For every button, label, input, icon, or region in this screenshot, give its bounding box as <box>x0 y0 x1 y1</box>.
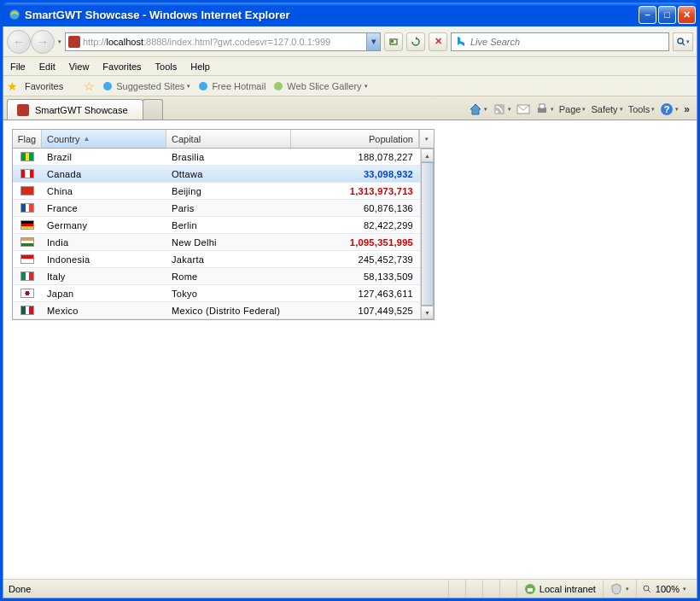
free-hotmail-link[interactable]: Free Hotmail <box>197 80 265 92</box>
close-button[interactable]: ✕ <box>678 6 696 24</box>
print-button[interactable]: ▾ <box>535 102 554 116</box>
svg-rect-12 <box>540 104 545 108</box>
sort-asc-icon: ▲ <box>84 135 90 143</box>
add-favorite-icon[interactable]: ☆ <box>84 79 95 93</box>
col-header-flag[interactable]: Flag <box>13 130 42 148</box>
col-header-capital[interactable]: Capital <box>166 130 291 148</box>
menu-help[interactable]: Help <box>190 61 210 72</box>
stop-button[interactable]: ✕ <box>429 32 447 51</box>
grid-scrollbar[interactable]: ▲ ▼ <box>420 149 434 319</box>
grid-header-corner[interactable]: ▾ <box>419 130 433 148</box>
safety-menu[interactable]: Safety ▾ <box>591 104 622 114</box>
table-row[interactable]: CanadaOttawa33,098,932 <box>13 166 420 183</box>
bing-icon <box>454 35 468 49</box>
col-header-population[interactable]: Population <box>291 130 419 148</box>
table-row[interactable]: GermanyBerlin82,422,299 <box>13 217 420 234</box>
capital-cell: Paris <box>166 200 291 216</box>
table-row[interactable]: JapanTokyo127,463,611 <box>13 285 420 302</box>
compat-button[interactable] <box>384 32 403 51</box>
address-dropdown[interactable]: ▾ <box>366 33 380 50</box>
menu-view[interactable]: View <box>69 61 90 72</box>
svg-point-5 <box>103 82 112 90</box>
mail-button[interactable] <box>516 103 530 115</box>
population-cell: 60,876,136 <box>291 200 419 216</box>
col-header-country[interactable]: Country▲ <box>42 130 166 148</box>
flag-icon <box>20 186 34 195</box>
population-cell: 245,452,739 <box>291 251 419 267</box>
ie-small-icon <box>102 80 114 92</box>
menu-edit[interactable]: Edit <box>39 61 55 72</box>
population-cell: 107,449,525 <box>291 302 419 318</box>
favorites-label[interactable]: Favorites <box>25 81 63 91</box>
table-row[interactable]: IndiaNew Delhi1,095,351,995 <box>13 234 420 251</box>
capital-cell: Jakarta <box>166 251 291 267</box>
status-text: Done <box>9 584 448 594</box>
new-tab-button[interactable] <box>143 99 163 120</box>
shield-icon <box>610 583 622 595</box>
svg-point-6 <box>199 82 207 90</box>
scroll-down-button[interactable]: ▼ <box>421 306 434 319</box>
toolbar-overflow[interactable]: » <box>684 103 690 115</box>
titlebar[interactable]: SmartGWT Showcase - Windows Internet Exp… <box>3 3 697 26</box>
nav-toolbar: ← → ▾ http://localhost:8888/index.html?g… <box>3 26 697 57</box>
capital-cell: Beijing <box>166 183 291 199</box>
flag-cell <box>13 183 42 199</box>
flag-cell <box>13 200 42 216</box>
table-row[interactable]: BrazilBrasilia188,078,227 <box>13 149 420 166</box>
tab-active[interactable]: SmartGWT Showcase <box>7 99 143 120</box>
scroll-up-button[interactable]: ▲ <box>421 149 434 162</box>
web-slice-link[interactable]: Web Slice Gallery ▾ <box>272 80 367 92</box>
address-bar[interactable]: http://localhost:8888/index.html?gwt.cod… <box>65 32 381 51</box>
grid-header: Flag Country▲ Capital Population ▾ <box>13 130 434 149</box>
tools-menu[interactable]: Tools ▾ <box>628 104 656 114</box>
svg-line-18 <box>648 590 650 592</box>
menu-favorites[interactable]: Favorites <box>102 61 141 72</box>
population-cell: 58,133,509 <box>291 268 419 284</box>
svg-point-7 <box>274 82 283 90</box>
minimize-button[interactable]: – <box>639 6 656 24</box>
table-row[interactable]: IndonesiaJakarta245,452,739 <box>13 251 420 268</box>
flag-icon <box>20 254 34 264</box>
site-icon <box>68 36 80 48</box>
refresh-button[interactable] <box>406 32 425 51</box>
population-cell: 33,098,932 <box>291 166 419 182</box>
favorites-bar: ★ Favorites ☆ Suggested Sites ▾ Free Hot… <box>3 76 697 96</box>
flag-cell <box>13 302 42 318</box>
flag-cell <box>13 217 42 233</box>
country-cell: Italy <box>42 268 166 284</box>
flag-icon <box>20 237 34 247</box>
table-row[interactable]: FranceParis60,876,136 <box>13 200 420 217</box>
svg-rect-8 <box>494 104 505 114</box>
population-cell: 1,095,351,995 <box>291 234 419 250</box>
search-input[interactable] <box>470 37 668 47</box>
maximize-button[interactable]: □ <box>658 6 676 24</box>
search-go-button[interactable]: ▾ <box>673 32 693 51</box>
forward-button[interactable]: → <box>31 30 55 54</box>
table-row[interactable]: MexicoMexico (Distrito Federal)107,449,5… <box>13 302 420 319</box>
favorites-star-icon[interactable]: ★ <box>7 79 18 93</box>
menu-file[interactable]: File <box>10 61 26 72</box>
search-box[interactable] <box>451 32 669 51</box>
svg-rect-16 <box>528 588 533 592</box>
help-button[interactable]: ?▾ <box>660 102 679 116</box>
security-zone[interactable]: Local intranet <box>516 580 603 598</box>
table-row[interactable]: ItalyRome58,133,509 <box>13 268 420 285</box>
feeds-button[interactable]: ▾ <box>493 102 511 116</box>
table-row[interactable]: ChinaBeijing1,313,973,713 <box>13 183 420 200</box>
capital-cell: Mexico (Distrito Federal) <box>166 302 291 318</box>
zone-icon <box>524 583 536 595</box>
flag-cell <box>13 285 42 301</box>
zoom-control[interactable]: 100% ▾ <box>636 580 691 598</box>
back-button[interactable]: ← <box>7 30 31 54</box>
home-button[interactable]: ▾ <box>469 102 487 116</box>
scroll-thumb[interactable] <box>421 162 434 306</box>
suggested-sites-link[interactable]: Suggested Sites ▾ <box>102 80 190 92</box>
country-cell: France <box>42 200 166 216</box>
population-cell: 127,463,611 <box>291 285 419 301</box>
nav-history-dropdown[interactable]: ▾ <box>58 38 61 45</box>
menu-tools[interactable]: Tools <box>155 61 178 72</box>
flag-cell <box>13 166 42 182</box>
page-menu[interactable]: Page ▾ <box>559 104 586 114</box>
protected-mode[interactable]: ▾ <box>603 580 636 598</box>
menu-bar: File Edit View Favorites Tools Help <box>3 57 697 76</box>
